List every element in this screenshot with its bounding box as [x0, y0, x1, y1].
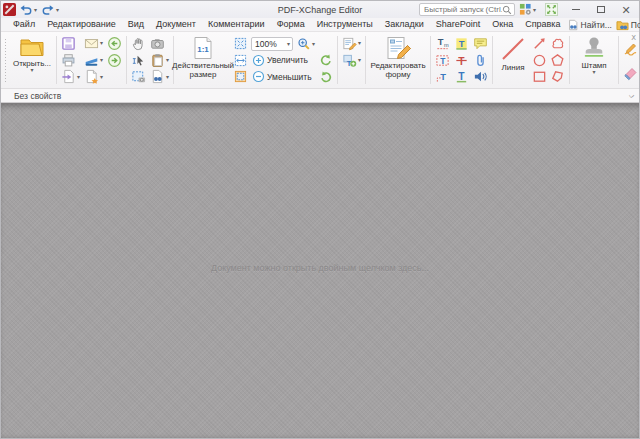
- menu-edit[interactable]: Редактирование: [41, 18, 122, 31]
- fullscreen-button[interactable]: [540, 3, 562, 17]
- rotate-ccw-button[interactable]: [318, 52, 334, 69]
- snapshot-tool-button[interactable]: [130, 68, 147, 85]
- document-search-button[interactable]: ▾: [149, 68, 170, 85]
- rotate-cw-icon: [319, 70, 333, 84]
- export-icon: [61, 69, 76, 84]
- menu-bookmarks[interactable]: Закладки: [379, 18, 430, 31]
- highlight-text-button[interactable]: T: [453, 35, 470, 52]
- redo-button[interactable]: ▾: [40, 1, 60, 18]
- menu-help[interactable]: Справка: [519, 18, 566, 31]
- zoom-level-select[interactable]: 100% ▾: [251, 37, 293, 51]
- pentagon-tool-button[interactable]: [549, 52, 566, 69]
- add-content-button[interactable]: T ▾: [341, 52, 362, 69]
- maximize-button[interactable]: [590, 3, 612, 17]
- zoom-level-dropdown-icon: ▾: [287, 41, 290, 47]
- next-view-button[interactable]: [106, 52, 123, 69]
- customize-toolbars-button[interactable]: ▾: [518, 1, 537, 18]
- email-button[interactable]: ▾: [83, 35, 104, 52]
- edit-form-button[interactable]: Редактировать форму: [369, 35, 427, 85]
- group-zoom: 100% ▾ ▾ Увеличить Уменьшить: [231, 34, 336, 86]
- toolbar-grip[interactable]: [4, 38, 8, 82]
- sticky-note-button[interactable]: [472, 35, 489, 52]
- zoom-out-label: Уменьшить: [267, 72, 312, 82]
- menu-windows[interactable]: Окна: [486, 18, 519, 31]
- zoom-tool-button[interactable]: ▾: [296, 35, 316, 52]
- toolbar-collapse-icon[interactable]: ꓫ: [631, 34, 636, 42]
- mail-icon: [84, 36, 99, 51]
- group-actual-size: 1:1 Действительный размер: [175, 34, 231, 86]
- document-area[interactable]: Документ можно открыть двойным щелчком з…: [1, 103, 639, 438]
- strikeout-text-button[interactable]: T: [453, 52, 470, 69]
- menu-bar: Файл Редактирование Вид Документ Коммент…: [1, 18, 639, 32]
- menu-view[interactable]: Вид: [122, 18, 150, 31]
- close-icon: ✕: [621, 5, 630, 15]
- sound-comment-button[interactable]: [472, 68, 489, 85]
- quick-launch-magnifier-icon: [502, 5, 512, 15]
- attach-file-button[interactable]: [472, 52, 489, 69]
- edit-text-tool-button[interactable]: Tm: [434, 35, 451, 52]
- menu-document[interactable]: Документ: [150, 18, 202, 31]
- edit-text-icon: Tm: [435, 36, 450, 51]
- rotate-cw-button[interactable]: [318, 68, 334, 85]
- cloud-icon: [550, 36, 565, 51]
- line-tool-button[interactable]: Линия: [496, 35, 530, 85]
- hand-tool-button[interactable]: [130, 35, 147, 52]
- menu-sharepoint[interactable]: SharePoint: [430, 18, 487, 31]
- actual-size-label: Действительный размер: [172, 61, 234, 79]
- fit-width-button[interactable]: [233, 52, 248, 69]
- arrow-tool-button[interactable]: [531, 35, 548, 52]
- eraser-tool-button[interactable]: [622, 61, 640, 85]
- properties-bar-collapse-icon[interactable]: ᨆ: [629, 92, 635, 99]
- zoom-out-button[interactable]: Уменьшить: [251, 69, 316, 86]
- new-document-button[interactable]: ▾: [83, 68, 104, 85]
- paste-button[interactable]: ▾: [149, 52, 170, 69]
- oval-tool-button[interactable]: [531, 52, 548, 69]
- fit-page-button[interactable]: [233, 35, 248, 52]
- print-button[interactable]: [60, 52, 81, 69]
- zoom-in-button[interactable]: Увеличить: [251, 52, 316, 69]
- menu-file[interactable]: Файл: [7, 18, 41, 31]
- rectangle-icon: [532, 69, 547, 84]
- undo-button[interactable]: ▾: [18, 1, 38, 18]
- strikeout-icon: T: [454, 53, 469, 68]
- find-label: Найти...: [581, 20, 612, 30]
- minimize-button[interactable]: [565, 3, 587, 17]
- open-button[interactable]: Открыть... ▾: [11, 35, 53, 85]
- add-text-icon: T: [342, 53, 357, 68]
- save-icon: [61, 36, 76, 51]
- stamp-button[interactable]: Штамп ▾: [573, 35, 615, 85]
- actual-size-button[interactable]: 1:1 Действительный размер: [177, 35, 229, 85]
- underline-text-button[interactable]: T: [453, 68, 470, 85]
- close-button[interactable]: ✕: [615, 3, 637, 17]
- scan-button[interactable]: ▾: [83, 52, 104, 69]
- redo-dropdown-icon: ▾: [56, 7, 59, 13]
- polygon-tool-button[interactable]: [549, 68, 566, 85]
- typewriter-tool-button[interactable]: T: [434, 68, 451, 85]
- fit-visible-button[interactable]: [233, 68, 248, 85]
- edit-content-button[interactable]: ▾: [341, 35, 362, 52]
- quick-launch-input[interactable]: [424, 5, 502, 14]
- camera-button[interactable]: [149, 35, 170, 52]
- fit-width-icon: [234, 54, 247, 67]
- menu-comments[interactable]: Комментарии: [202, 18, 271, 31]
- search-label: Поиск...: [631, 20, 640, 30]
- oval-icon: [532, 53, 547, 68]
- typewriter-icon: T: [435, 69, 450, 84]
- camera-icon: [150, 36, 165, 51]
- export-button[interactable]: ▾: [60, 68, 81, 85]
- menu-tools[interactable]: Инструменты: [311, 18, 379, 31]
- line-label: Линия: [502, 63, 525, 72]
- previous-view-button[interactable]: [106, 35, 123, 52]
- arrow-icon: [532, 36, 547, 51]
- cloud-tool-button[interactable]: [549, 35, 566, 52]
- search-button[interactable]: Поиск...: [616, 19, 640, 31]
- menu-form[interactable]: Форма: [271, 18, 311, 31]
- save-button[interactable]: [60, 35, 81, 52]
- app-window: PDF-XChange Editor ▾ ▾ ▾: [0, 0, 640, 439]
- text-box-tool-button[interactable]: T: [434, 52, 451, 69]
- quick-launch-box[interactable]: [419, 3, 515, 16]
- rectangle-tool-button[interactable]: [531, 68, 548, 85]
- zoom-tool-dropdown-icon: ▾: [312, 41, 315, 47]
- select-tool-button[interactable]: [130, 52, 147, 69]
- find-button[interactable]: Найти...: [567, 19, 612, 31]
